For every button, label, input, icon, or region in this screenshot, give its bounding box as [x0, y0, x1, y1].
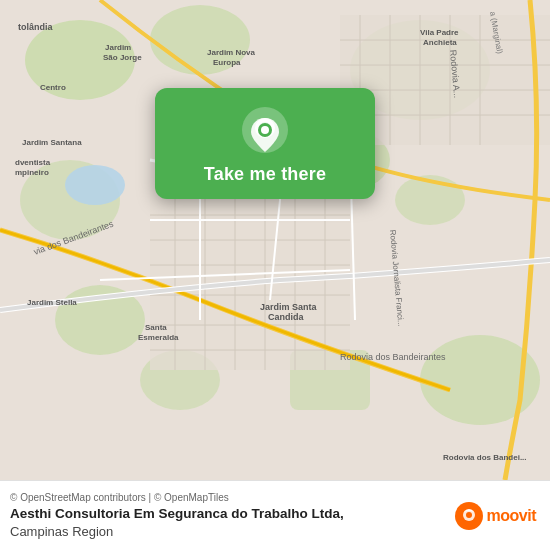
svg-text:Candida: Candida	[268, 312, 304, 322]
map-container: via dos Bandeirantes Rodovia dos Bandeir…	[0, 0, 550, 480]
svg-text:Jardim Nova: Jardim Nova	[207, 48, 256, 57]
svg-text:Europa: Europa	[213, 58, 241, 67]
place-region: Campinas Region	[10, 524, 344, 539]
place-name: Aesthi Consultoria Em Seguranca do Traba…	[10, 506, 344, 521]
popup-label: Take me there	[204, 164, 326, 185]
svg-text:mpineiro: mpineiro	[15, 168, 49, 177]
svg-text:Jardim: Jardim	[105, 43, 131, 52]
svg-point-61	[261, 126, 269, 134]
svg-point-11	[65, 165, 125, 205]
map-attribution: © OpenStreetMap contributors | © OpenMap…	[10, 492, 344, 503]
location-pin-icon	[241, 106, 289, 154]
svg-text:Esmeralda: Esmeralda	[138, 333, 179, 342]
svg-text:São Jorge: São Jorge	[103, 53, 142, 62]
svg-text:Santa: Santa	[145, 323, 167, 332]
svg-text:Anchieta: Anchieta	[423, 38, 457, 47]
moovit-pin-icon	[455, 502, 483, 530]
map-svg: via dos Bandeirantes Rodovia dos Bandeir…	[0, 0, 550, 480]
moovit-logo: moovit	[455, 502, 536, 530]
svg-text:Rodovia dos Bandei...: Rodovia dos Bandei...	[443, 453, 527, 462]
svg-text:Jardim Santana: Jardim Santana	[22, 138, 82, 147]
bottom-info: © OpenStreetMap contributors | © OpenMap…	[10, 492, 344, 539]
svg-text:Centro: Centro	[40, 83, 66, 92]
svg-text:Rodovia dos Bandeirantes: Rodovia dos Bandeirantes	[340, 352, 446, 362]
svg-text:Jardim Stella: Jardim Stella	[27, 298, 77, 307]
bottom-bar: © OpenStreetMap contributors | © OpenMap…	[0, 480, 550, 550]
svg-text:dventista: dventista	[15, 158, 51, 167]
moovit-brand-text: moovit	[487, 507, 536, 525]
svg-text:Vila Padre: Vila Padre	[420, 28, 459, 37]
popup-card[interactable]: Take me there	[155, 88, 375, 199]
svg-text:tolândia: tolândia	[18, 22, 53, 32]
svg-text:Jardim Santa: Jardim Santa	[260, 302, 318, 312]
